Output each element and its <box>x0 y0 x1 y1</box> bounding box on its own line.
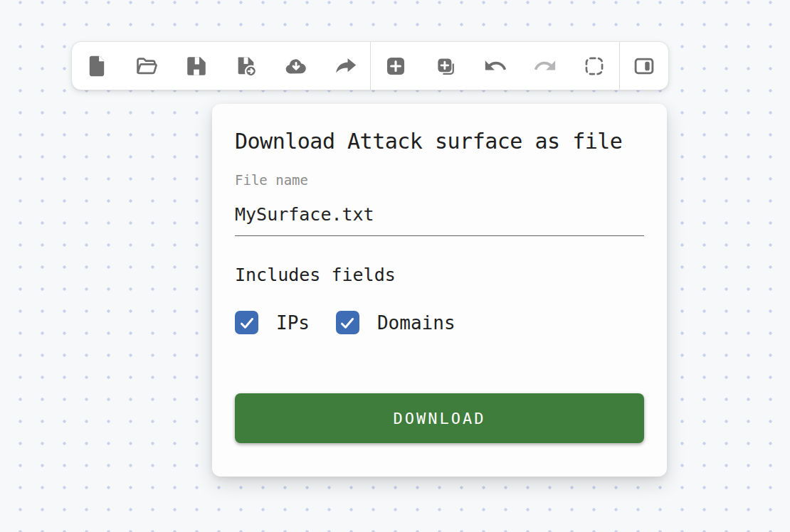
undo-button[interactable] <box>470 42 520 90</box>
file-name-label: File name <box>235 174 644 187</box>
new-file-button[interactable] <box>72 42 122 90</box>
add-node-icon <box>384 54 408 78</box>
side-panel-toggle-button[interactable] <box>619 42 668 90</box>
checkbox-row: IPs Domains <box>235 311 644 334</box>
open-folder-icon <box>135 54 159 78</box>
toolbar-group-file <box>72 42 370 90</box>
checkbox-item-ips: IPs <box>235 311 310 334</box>
open-folder-button[interactable] <box>122 42 172 90</box>
undo-icon <box>483 54 507 78</box>
domains-checkbox[interactable] <box>336 311 359 334</box>
redo-button[interactable] <box>520 42 570 90</box>
download-dialog: Download Attack surface as file File nam… <box>212 104 667 477</box>
select-area-button[interactable] <box>570 42 619 90</box>
side-panel-toggle-icon <box>632 54 656 78</box>
toolbar <box>71 41 669 90</box>
add-node-button[interactable] <box>371 42 421 90</box>
includes-fields-heading: Includes fields <box>235 266 644 284</box>
new-file-icon <box>85 54 109 78</box>
redo-icon <box>533 54 557 78</box>
select-area-icon <box>582 54 606 78</box>
checkmark-icon <box>238 314 256 331</box>
save-button[interactable] <box>172 42 221 90</box>
save-as-icon <box>234 54 258 78</box>
domains-checkbox-label: Domains <box>377 312 455 334</box>
checkbox-item-domains: Domains <box>336 311 455 334</box>
ips-checkbox-label: IPs <box>276 312 310 334</box>
ips-checkbox[interactable] <box>235 311 258 334</box>
save-icon <box>184 54 209 78</box>
download-button[interactable]: DOWNLOAD <box>235 393 644 443</box>
cloud-download-button[interactable] <box>271 42 321 90</box>
share-icon <box>334 54 358 78</box>
share-button[interactable] <box>321 42 370 90</box>
file-name-input[interactable] <box>235 204 644 236</box>
cloud-download-icon <box>284 54 308 78</box>
add-multiple-icon <box>433 54 458 78</box>
toolbar-group-edit <box>371 42 619 90</box>
save-as-button[interactable] <box>221 42 271 90</box>
dialog-title: Download Attack surface as file <box>235 131 644 152</box>
checkmark-icon <box>339 314 356 331</box>
toolbar-group-panel <box>619 42 668 90</box>
add-multiple-button[interactable] <box>421 42 470 90</box>
